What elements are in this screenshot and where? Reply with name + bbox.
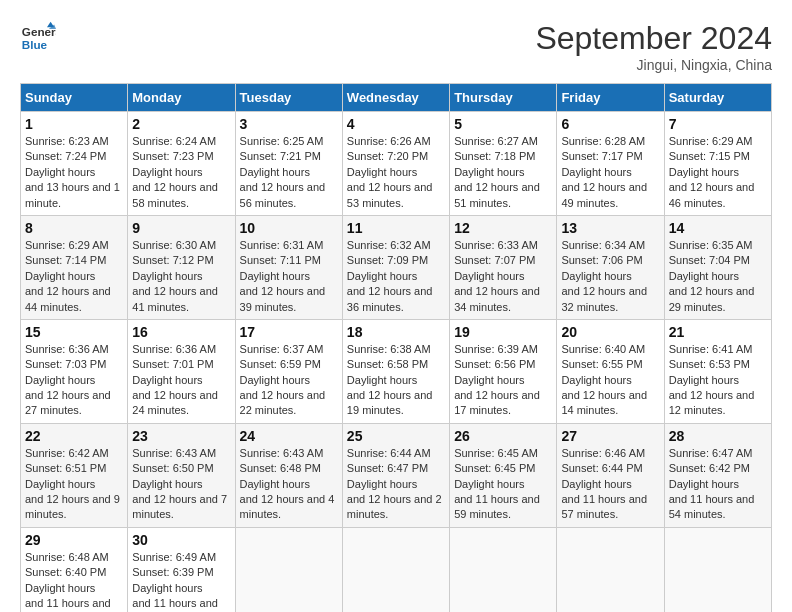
empty-cell xyxy=(342,527,449,612)
daylight-label: Daylight hours xyxy=(240,270,310,282)
day-number: 11 xyxy=(347,220,445,236)
daylight-value: and 12 hours and 44 minutes. xyxy=(25,285,111,312)
col-header-monday: Monday xyxy=(128,84,235,112)
day-info: Sunrise: 6:24 AM Sunset: 7:23 PM Dayligh… xyxy=(132,134,230,211)
sunrise-label: Sunrise: 6:38 AM xyxy=(347,343,431,355)
day-info: Sunrise: 6:43 AM Sunset: 6:50 PM Dayligh… xyxy=(132,446,230,523)
day-info: Sunrise: 6:33 AM Sunset: 7:07 PM Dayligh… xyxy=(454,238,552,315)
day-info: Sunrise: 6:29 AM Sunset: 7:15 PM Dayligh… xyxy=(669,134,767,211)
day-cell-18: 18 Sunrise: 6:38 AM Sunset: 6:58 PM Dayl… xyxy=(342,319,449,423)
daylight-value: and 12 hours and 53 minutes. xyxy=(347,181,433,208)
day-cell-30: 30 Sunrise: 6:49 AM Sunset: 6:39 PM Dayl… xyxy=(128,527,235,612)
sunset-label: Sunset: 7:21 PM xyxy=(240,150,321,162)
day-number: 28 xyxy=(669,428,767,444)
day-cell-16: 16 Sunrise: 6:36 AM Sunset: 7:01 PM Dayl… xyxy=(128,319,235,423)
daylight-value: and 12 hours and 58 minutes. xyxy=(132,181,218,208)
day-cell-6: 6 Sunrise: 6:28 AM Sunset: 7:17 PM Dayli… xyxy=(557,112,664,216)
sunset-label: Sunset: 6:56 PM xyxy=(454,358,535,370)
day-number: 13 xyxy=(561,220,659,236)
sunset-label: Sunset: 6:39 PM xyxy=(132,566,213,578)
day-cell-24: 24 Sunrise: 6:43 AM Sunset: 6:48 PM Dayl… xyxy=(235,423,342,527)
day-number: 12 xyxy=(454,220,552,236)
daylight-label: Daylight hours xyxy=(240,478,310,490)
day-number: 30 xyxy=(132,532,230,548)
day-number: 6 xyxy=(561,116,659,132)
col-header-friday: Friday xyxy=(557,84,664,112)
day-cell-17: 17 Sunrise: 6:37 AM Sunset: 6:59 PM Dayl… xyxy=(235,319,342,423)
day-number: 26 xyxy=(454,428,552,444)
day-number: 20 xyxy=(561,324,659,340)
day-info: Sunrise: 6:32 AM Sunset: 7:09 PM Dayligh… xyxy=(347,238,445,315)
sunrise-label: Sunrise: 6:41 AM xyxy=(669,343,753,355)
daylight-value: and 12 hours and 4 minutes. xyxy=(240,493,335,520)
day-number: 17 xyxy=(240,324,338,340)
day-number: 19 xyxy=(454,324,552,340)
sunrise-label: Sunrise: 6:49 AM xyxy=(132,551,216,563)
day-cell-21: 21 Sunrise: 6:41 AM Sunset: 6:53 PM Dayl… xyxy=(664,319,771,423)
sunset-label: Sunset: 7:24 PM xyxy=(25,150,106,162)
sunrise-label: Sunrise: 6:37 AM xyxy=(240,343,324,355)
sunset-label: Sunset: 6:50 PM xyxy=(132,462,213,474)
sunrise-label: Sunrise: 6:43 AM xyxy=(240,447,324,459)
col-header-wednesday: Wednesday xyxy=(342,84,449,112)
daylight-value: and 12 hours and 34 minutes. xyxy=(454,285,540,312)
day-info: Sunrise: 6:28 AM Sunset: 7:17 PM Dayligh… xyxy=(561,134,659,211)
day-info: Sunrise: 6:36 AM Sunset: 7:01 PM Dayligh… xyxy=(132,342,230,419)
day-info: Sunrise: 6:49 AM Sunset: 6:39 PM Dayligh… xyxy=(132,550,230,612)
sunset-label: Sunset: 6:58 PM xyxy=(347,358,428,370)
daylight-value: and 11 hours and 50 minutes. xyxy=(132,597,218,612)
sunset-label: Sunset: 6:47 PM xyxy=(347,462,428,474)
sunset-label: Sunset: 6:55 PM xyxy=(561,358,642,370)
day-number: 9 xyxy=(132,220,230,236)
day-number: 8 xyxy=(25,220,123,236)
day-number: 10 xyxy=(240,220,338,236)
sunrise-label: Sunrise: 6:26 AM xyxy=(347,135,431,147)
sunset-label: Sunset: 6:59 PM xyxy=(240,358,321,370)
day-cell-4: 4 Sunrise: 6:26 AM Sunset: 7:20 PM Dayli… xyxy=(342,112,449,216)
day-cell-27: 27 Sunrise: 6:46 AM Sunset: 6:44 PM Dayl… xyxy=(557,423,664,527)
sunrise-label: Sunrise: 6:42 AM xyxy=(25,447,109,459)
daylight-value: and 12 hours and 29 minutes. xyxy=(669,285,755,312)
day-number: 27 xyxy=(561,428,659,444)
empty-cell xyxy=(235,527,342,612)
svg-text:Blue: Blue xyxy=(22,38,48,51)
daylight-label: Daylight hours xyxy=(561,374,631,386)
sunrise-label: Sunrise: 6:30 AM xyxy=(132,239,216,251)
day-number: 15 xyxy=(25,324,123,340)
daylight-value: and 12 hours and 19 minutes. xyxy=(347,389,433,416)
sunset-label: Sunset: 6:53 PM xyxy=(669,358,750,370)
col-header-saturday: Saturday xyxy=(664,84,771,112)
day-cell-1: 1 Sunrise: 6:23 AM Sunset: 7:24 PM Dayli… xyxy=(21,112,128,216)
day-info: Sunrise: 6:34 AM Sunset: 7:06 PM Dayligh… xyxy=(561,238,659,315)
sunrise-label: Sunrise: 6:36 AM xyxy=(25,343,109,355)
month-title: September 2024 xyxy=(535,20,772,57)
day-info: Sunrise: 6:37 AM Sunset: 6:59 PM Dayligh… xyxy=(240,342,338,419)
daylight-label: Daylight hours xyxy=(132,166,202,178)
day-info: Sunrise: 6:43 AM Sunset: 6:48 PM Dayligh… xyxy=(240,446,338,523)
day-info: Sunrise: 6:27 AM Sunset: 7:18 PM Dayligh… xyxy=(454,134,552,211)
sunrise-label: Sunrise: 6:40 AM xyxy=(561,343,645,355)
daylight-value: and 12 hours and 12 minutes. xyxy=(669,389,755,416)
sunrise-label: Sunrise: 6:29 AM xyxy=(669,135,753,147)
daylight-label: Daylight hours xyxy=(132,374,202,386)
location-subtitle: Jingui, Ningxia, China xyxy=(535,57,772,73)
col-header-tuesday: Tuesday xyxy=(235,84,342,112)
calendar-table: SundayMondayTuesdayWednesdayThursdayFrid… xyxy=(20,83,772,612)
sunset-label: Sunset: 6:42 PM xyxy=(669,462,750,474)
day-number: 1 xyxy=(25,116,123,132)
daylight-value: and 13 hours and 1 minute. xyxy=(25,181,120,208)
sunset-label: Sunset: 7:11 PM xyxy=(240,254,321,266)
day-number: 7 xyxy=(669,116,767,132)
sunset-label: Sunset: 7:03 PM xyxy=(25,358,106,370)
day-number: 4 xyxy=(347,116,445,132)
daylight-label: Daylight hours xyxy=(132,478,202,490)
daylight-label: Daylight hours xyxy=(561,270,631,282)
daylight-value: and 12 hours and 49 minutes. xyxy=(561,181,647,208)
day-number: 3 xyxy=(240,116,338,132)
daylight-label: Daylight hours xyxy=(132,270,202,282)
sunrise-label: Sunrise: 6:46 AM xyxy=(561,447,645,459)
col-header-sunday: Sunday xyxy=(21,84,128,112)
day-cell-5: 5 Sunrise: 6:27 AM Sunset: 7:18 PM Dayli… xyxy=(450,112,557,216)
day-info: Sunrise: 6:23 AM Sunset: 7:24 PM Dayligh… xyxy=(25,134,123,211)
daylight-label: Daylight hours xyxy=(669,270,739,282)
